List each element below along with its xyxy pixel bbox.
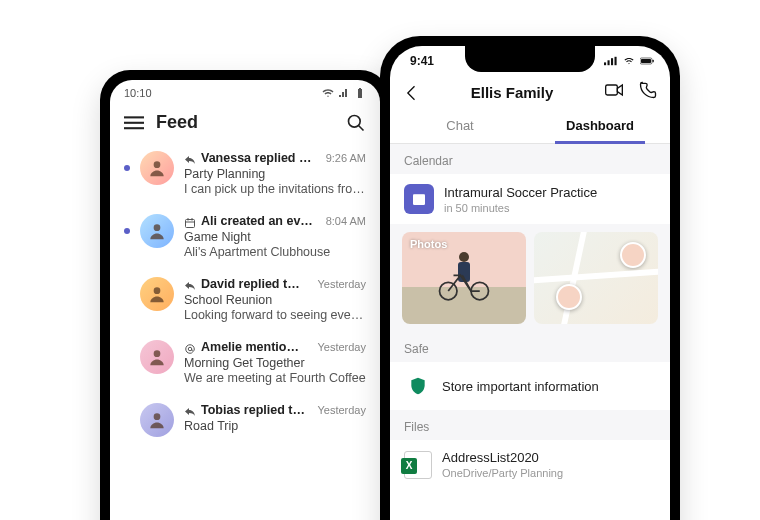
feed-headline: Tobias replied to you [201, 403, 306, 417]
android-screen: 10:10 Feed [110, 80, 380, 520]
feed-preview: Ali's Apartment Clubhouse [184, 245, 366, 259]
chat-header: Ellis Family [390, 76, 670, 110]
safe-card[interactable]: Store important information [390, 362, 670, 410]
svg-rect-16 [608, 60, 610, 65]
svg-line-4 [359, 125, 364, 130]
feed-preview: We are meeting at Fourth Coffee [184, 371, 366, 385]
wifi-icon [322, 87, 334, 99]
signal-icon [604, 56, 618, 66]
video-call-button[interactable] [604, 80, 624, 104]
reply-icon [184, 152, 196, 164]
feed-subject: Game Night [184, 230, 366, 244]
notch [465, 46, 595, 72]
avatar [140, 214, 174, 248]
svg-point-11 [154, 287, 161, 294]
unread-dot [124, 165, 130, 171]
status-time: 10:10 [124, 87, 152, 99]
feed-item[interactable]: Ali created an event 8:04 AM Game Night … [118, 206, 372, 269]
file-name: AddressList2020 [442, 450, 563, 465]
svg-rect-18 [615, 57, 617, 65]
feed-headline: Vanessa replied to you [201, 151, 315, 165]
feed-subject: School Reunion [184, 293, 366, 307]
svg-rect-22 [606, 85, 618, 95]
menu-icon[interactable] [124, 113, 144, 133]
safe-text: Store important information [442, 379, 599, 394]
svg-rect-17 [611, 58, 613, 65]
iphone-frame: 9:41 Ellis Family [380, 36, 680, 520]
iphone-screen: 9:41 Ellis Family [390, 46, 670, 520]
map-avatar-pin [620, 242, 646, 268]
status-bar: 10:10 [110, 80, 380, 106]
avatar [140, 277, 174, 311]
feed-headline: David replied to you [201, 277, 306, 291]
svg-rect-1 [124, 121, 144, 123]
feed-title: Feed [156, 112, 334, 133]
battery-icon [640, 56, 654, 66]
status-system-icons [604, 56, 654, 66]
map-avatar-pin [556, 284, 582, 310]
svg-rect-15 [604, 62, 606, 65]
chat-title: Ellis Family [428, 84, 596, 101]
activity-feed: Vanessa replied to you 9:26 AM Party Pla… [110, 143, 380, 447]
feed-item[interactable]: Tobias replied to you Yesterday Road Tri… [118, 395, 372, 447]
photo-bike-graphic [436, 266, 492, 306]
svg-rect-25 [413, 194, 425, 197]
mention-icon [184, 341, 196, 353]
shield-icon [404, 372, 432, 400]
back-button[interactable] [402, 83, 420, 101]
feed-subject: Road Trip [184, 419, 366, 433]
feed-item[interactable]: Amelie mentioned you Yesterday Morning G… [118, 332, 372, 395]
calendar-event-title: Intramural Soccer Practice [444, 185, 597, 200]
feed-subject: Party Planning [184, 167, 366, 181]
feed-header: Feed [110, 106, 380, 143]
svg-rect-7 [186, 220, 195, 228]
android-phone-frame: 10:10 Feed [100, 70, 390, 520]
tab-bar: Chat Dashboard [390, 110, 670, 144]
feed-timestamp: 9:26 AM [320, 152, 366, 164]
feed-timestamp: Yesterday [311, 278, 366, 290]
file-location: OneDrive/Party Planning [442, 467, 563, 479]
feed-headline: Ali created an event [201, 214, 315, 228]
feed-subject: Morning Get Together [184, 356, 366, 370]
location-tile[interactable] [534, 232, 658, 324]
status-system-icons [322, 87, 366, 99]
feed-timestamp: Yesterday [311, 404, 366, 416]
svg-rect-2 [124, 127, 144, 129]
file-card[interactable]: X AddressList2020 OneDrive/Party Plannin… [390, 440, 670, 489]
section-label-files: Files [390, 410, 670, 440]
feed-item[interactable]: Vanessa replied to you 9:26 AM Party Pla… [118, 143, 372, 206]
calendar-event[interactable]: Intramural Soccer Practice in 50 minutes [390, 174, 670, 224]
avatar [140, 151, 174, 185]
avatar [140, 403, 174, 437]
tab-chat[interactable]: Chat [390, 110, 530, 143]
svg-point-12 [154, 350, 161, 357]
feed-preview: I can pick up the invitations from print… [184, 182, 366, 196]
svg-point-5 [154, 161, 161, 168]
signal-icon [338, 87, 350, 99]
section-label-calendar: Calendar [390, 144, 670, 174]
avatar [140, 340, 174, 374]
calendar-icon [404, 184, 434, 214]
excel-file-icon: X [404, 451, 432, 479]
svg-rect-0 [124, 116, 144, 118]
tab-dashboard[interactable]: Dashboard [530, 110, 670, 143]
svg-point-14 [154, 413, 161, 420]
battery-icon [354, 87, 366, 99]
dashboard: Calendar Intramural Soccer Practice in 5… [390, 144, 670, 489]
svg-point-13 [188, 347, 192, 351]
calendar-event-time: in 50 minutes [444, 202, 597, 214]
feed-item[interactable]: David replied to you Yesterday School Re… [118, 269, 372, 332]
search-icon[interactable] [346, 113, 366, 133]
feed-timestamp: Yesterday [311, 341, 366, 353]
status-time: 9:41 [410, 54, 434, 68]
event-icon [184, 215, 196, 227]
svg-point-6 [154, 224, 161, 231]
section-label-safe: Safe [390, 332, 670, 362]
svg-rect-21 [653, 60, 654, 63]
feed-preview: Looking forward to seeing everyone [184, 308, 366, 322]
photos-tile[interactable]: Photos [402, 232, 526, 324]
audio-call-button[interactable] [638, 80, 658, 104]
wifi-icon [622, 56, 636, 66]
unread-dot [124, 228, 130, 234]
feed-headline: Amelie mentioned you [201, 340, 306, 354]
